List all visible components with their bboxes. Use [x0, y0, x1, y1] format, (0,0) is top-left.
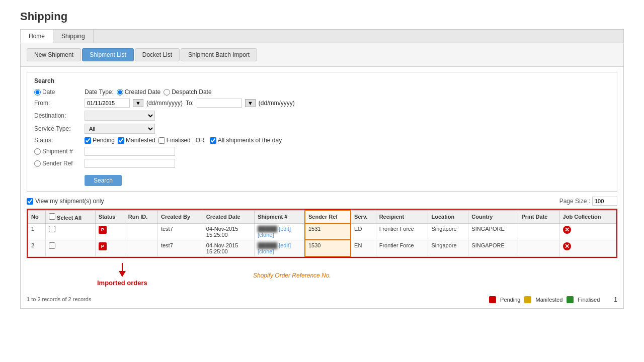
cell-status: P	[95, 223, 125, 240]
cell-location: Singapore	[428, 240, 468, 256]
destination-label: Destination:	[34, 112, 66, 119]
delete-icon[interactable]: ✕	[563, 242, 571, 250]
view-my-checkbox[interactable]	[27, 198, 33, 205]
cell-shipment-num: █████ [edit] [clone]	[255, 223, 305, 240]
col-select-all[interactable]: Select All	[45, 210, 95, 223]
col-created-by: Created By	[157, 210, 203, 223]
from-date-input[interactable]	[85, 99, 130, 108]
finalised-legend-icon	[567, 296, 574, 303]
cell-recipient: Frontier Force	[376, 240, 428, 256]
tab-docket-list[interactable]: Docket List	[135, 48, 180, 61]
search-button[interactable]: Search	[85, 175, 122, 186]
created-date-radio-label[interactable]: Created Date	[117, 88, 160, 96]
pending-legend-icon	[489, 296, 496, 303]
col-recipient: Recipient	[376, 210, 428, 223]
pending-checkbox-label[interactable]: Pending	[85, 137, 115, 144]
shopify-ref-annotation: Shopify Order Reference No.	[253, 272, 331, 279]
action-tabs: New Shipment Shipment List Docket List S…	[21, 43, 623, 67]
edit-link[interactable]: [edit]	[279, 242, 291, 248]
col-serv: Serv.	[351, 210, 376, 223]
col-location: Location	[428, 210, 468, 223]
search-panel: Search Date Date Type: Created Date	[27, 72, 617, 192]
pending-checkbox[interactable]	[85, 137, 91, 144]
search-row-date: Date Date Type: Created Date Despatch Da…	[34, 88, 610, 96]
despatch-date-radio[interactable]	[164, 89, 170, 96]
cell-created-by: test7	[157, 223, 203, 240]
finalised-checkbox-label[interactable]: Finalised	[158, 137, 191, 144]
breadcrumb-shipping[interactable]: Shipping	[53, 30, 94, 43]
clone-link[interactable]: [clone]	[258, 232, 274, 238]
cell-created-date: 04-Nov-201515:25:00	[203, 223, 254, 240]
search-row-sender-ref: Sender Ref	[34, 159, 610, 168]
cell-no: 1	[28, 223, 46, 240]
tab-batch-import[interactable]: Shipment Batch Import	[181, 48, 257, 61]
page-number: 1	[614, 296, 617, 303]
col-created-date: Created Date	[203, 210, 254, 223]
cell-sender-ref: 1530	[305, 240, 351, 256]
finalised-legend-label: Finalised	[578, 297, 600, 303]
page-size-input[interactable]	[592, 197, 617, 206]
manifested-checkbox[interactable]	[118, 137, 124, 144]
arrow-down-icon	[119, 271, 126, 277]
all-shipments-checkbox-label[interactable]: All shipments of the day	[210, 137, 282, 144]
cell-run-id	[125, 223, 157, 240]
manifested-checkbox-label[interactable]: Manifested	[118, 137, 155, 144]
to-date-input[interactable]	[197, 99, 242, 108]
table-header-row: No Select All Status Run ID. Created By …	[28, 210, 616, 223]
cell-country: SINGAPORE	[468, 240, 518, 256]
select-all-checkbox[interactable]	[49, 213, 55, 220]
all-shipments-checkbox[interactable]	[210, 137, 216, 144]
delete-icon[interactable]: ✕	[563, 226, 571, 234]
from-date-picker-btn[interactable]: ▼	[133, 99, 143, 107]
sender-ref-radio-label[interactable]: Sender Ref	[34, 160, 85, 167]
sender-ref-input[interactable]	[85, 159, 175, 168]
breadcrumb-home[interactable]: Home	[21, 30, 53, 43]
from-date-format: (dd/mm/yyyy)	[146, 100, 183, 107]
cell-print-date	[518, 240, 559, 256]
shipment-num-input[interactable]	[85, 147, 175, 156]
cell-serv: ED	[351, 223, 376, 240]
status-label: Status:	[34, 137, 53, 144]
col-shipment-num: Shipment #	[255, 210, 305, 223]
search-row-status: Status: Pending Manifested Finalised	[34, 137, 610, 144]
shipment-table: No Select All Status Run ID. Created By …	[28, 210, 616, 257]
despatch-date-radio-label[interactable]: Despatch Date	[164, 88, 211, 96]
cell-checkbox[interactable]	[45, 240, 95, 256]
date-radio[interactable]	[34, 89, 41, 96]
shipment-num-radio[interactable]	[34, 148, 41, 155]
from-label: From:	[34, 100, 50, 107]
results-area: View my shipment(s) only Page Size : No	[27, 197, 617, 258]
view-my-shipments-label[interactable]: View my shipment(s) only	[27, 198, 104, 205]
service-type-select[interactable]: All	[85, 124, 155, 134]
cell-job-collection: ✕	[559, 240, 616, 256]
to-date-format: (dd/mm/yyyy)	[259, 100, 295, 107]
service-type-label: Service Type:	[34, 125, 70, 132]
table-row: 1 P test7 04-Nov-201515:25:00 █████ [edi…	[28, 223, 616, 240]
data-table-wrapper: No Select All Status Run ID. Created By …	[27, 209, 617, 258]
annotation-area: Imported orders Shopify Order Reference …	[27, 263, 617, 293]
search-row-shipment-num: Shipment #	[34, 147, 610, 156]
cell-print-date	[518, 223, 559, 240]
tab-new-shipment[interactable]: New Shipment	[27, 48, 81, 61]
search-row-destination: Destination:	[34, 111, 610, 121]
created-date-radio[interactable]	[117, 89, 123, 96]
shipment-num-blurred: █████	[258, 242, 277, 248]
search-row-from-to: From: ▼ (dd/mm/yyyy) To: ▼ (dd/mm/yyyy)	[34, 99, 610, 108]
page-size-label: Page Size :	[559, 198, 590, 205]
arrow-line-top	[122, 263, 123, 271]
finalised-checkbox[interactable]	[158, 137, 165, 144]
cell-checkbox[interactable]	[45, 223, 95, 240]
tab-shipment-list[interactable]: Shipment List	[82, 48, 134, 61]
imported-orders-annotation: Imported orders	[97, 279, 147, 287]
col-print-date: Print Date	[518, 210, 559, 223]
edit-link[interactable]: [edit]	[279, 226, 291, 232]
clone-link[interactable]: [clone]	[258, 248, 274, 254]
destination-select[interactable]	[85, 111, 155, 121]
records-info: 1 to 2 records of 2 records	[27, 296, 91, 302]
to-date-picker-btn[interactable]: ▼	[245, 99, 256, 107]
col-no: No	[28, 210, 46, 223]
shipment-num-radio-label[interactable]: Shipment #	[34, 148, 85, 155]
sender-ref-radio[interactable]	[34, 160, 41, 167]
cell-status: P	[95, 240, 125, 256]
date-radio-label[interactable]: Date	[34, 88, 85, 96]
